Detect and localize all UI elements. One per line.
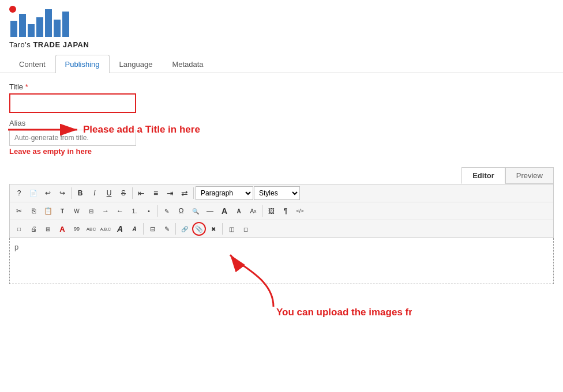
title-field-group: Title * <box>9 82 554 113</box>
logo-bar-5 <box>45 9 52 37</box>
logo-bars <box>10 9 69 37</box>
tab-metadata[interactable]: Metadata <box>162 55 213 73</box>
unlink-button[interactable]: ✖ <box>207 222 220 236</box>
tab-preview[interactable]: Preview <box>505 167 554 184</box>
tab-language[interactable]: Language <box>110 55 163 73</box>
sep-4 <box>157 205 158 217</box>
help-button[interactable]: ? <box>12 186 26 200</box>
new-doc-button[interactable]: 📄 <box>27 186 40 200</box>
outdent-button[interactable]: ← <box>113 204 127 218</box>
sep-7 <box>175 223 176 235</box>
styles-select[interactable]: Styles <box>254 186 300 200</box>
special-char-button[interactable]: Ω <box>174 204 188 218</box>
border-button[interactable]: □ <box>12 222 26 236</box>
cut-button[interactable]: ✂ <box>12 204 26 218</box>
sep-2 <box>132 187 133 199</box>
undo-button[interactable]: ↩ <box>41 186 55 200</box>
title-input[interactable] <box>9 93 136 113</box>
insert-horizontal-button[interactable]: ◫ <box>224 222 238 236</box>
copy-button[interactable]: ⎘ <box>27 204 40 218</box>
logo-bar-1 <box>10 21 17 37</box>
sep-8 <box>222 223 223 235</box>
source-button[interactable]: </> <box>293 204 307 218</box>
remove-format-button[interactable]: ⊟ <box>84 204 98 218</box>
tabs-bar: Content Publishing Language Metadata <box>0 55 563 73</box>
underline-button[interactable]: U <box>102 186 116 200</box>
footnote-button[interactable]: 99 <box>70 222 84 236</box>
title-label: Title * <box>9 82 554 91</box>
tab-content[interactable]: Content <box>9 55 55 73</box>
strikethrough-button[interactable]: S <box>117 186 130 200</box>
logo: Taro's TRADE JAPAN <box>9 6 89 49</box>
show-blocks-button[interactable]: ¶ <box>279 204 292 218</box>
svg-text:You can upload the images from: You can upload the images from here <box>276 307 412 318</box>
toolbar-row-3: □ 🖨 ⊞ A 99 ABC A.B.C A A ⊟ ✎ 🔗 📎 ✖ ◫ ◻ <box>10 220 553 238</box>
superscript-button[interactable]: Ax <box>246 204 260 218</box>
editor-area[interactable]: p <box>9 238 554 284</box>
editor-tabs: Editor Preview <box>9 167 554 184</box>
spellcheck-button[interactable]: ABC <box>84 222 98 236</box>
text-large-button[interactable]: A <box>113 222 127 236</box>
alias-field-group: Alias Leave as empty in here <box>9 119 554 156</box>
logo-text: Taro's TRADE JAPAN <box>9 40 89 49</box>
unordered-list-button[interactable]: • <box>142 204 156 218</box>
sep-5 <box>262 205 262 217</box>
align-right-button[interactable]: ⇥ <box>163 186 177 200</box>
redo-button[interactable]: ↪ <box>55 186 69 200</box>
align-justify-button[interactable]: ⇄ <box>178 186 192 200</box>
font-color-button[interactable]: A <box>55 222 69 236</box>
logo-bar-4 <box>36 17 43 37</box>
indent-button[interactable]: → <box>99 204 112 218</box>
paste-button[interactable]: 📋 <box>41 204 55 218</box>
draw-button[interactable]: ✎ <box>160 222 174 236</box>
text-small-button[interactable]: A <box>127 222 141 236</box>
header: Taro's TRADE JAPAN <box>0 0 563 54</box>
editor-content: p <box>14 243 18 251</box>
alias-input[interactable] <box>9 130 136 146</box>
align-left-button[interactable]: ⇤ <box>134 186 148 200</box>
hr-button[interactable]: — <box>203 204 217 218</box>
paste-word-button[interactable]: W <box>70 204 84 218</box>
fontsize-down-button[interactable]: A <box>232 204 246 218</box>
fontsize-up-button[interactable]: A <box>217 204 231 218</box>
paste-text-button[interactable]: T <box>55 204 69 218</box>
highlight-button[interactable]: ✎ <box>160 204 174 218</box>
ordered-list-button[interactable]: 1. <box>127 204 141 218</box>
insert-image-button[interactable]: 🖼 <box>264 204 278 218</box>
sep-1 <box>71 187 72 199</box>
find-button[interactable]: 🔍 <box>189 204 202 218</box>
gallery-button[interactable]: ⊟ <box>145 222 159 236</box>
logo-circle-icon <box>9 6 16 13</box>
insert-vertical-button[interactable]: ◻ <box>239 222 253 236</box>
required-marker: * <box>25 82 28 91</box>
tab-publishing[interactable]: Publishing <box>55 55 110 73</box>
upload-image-button[interactable]: 📎 <box>192 222 206 236</box>
toolbar-row-2: ✂ ⎘ 📋 T W ⊟ → ← 1. • ✎ Ω 🔍 — A A Ax 🖼 <box>10 202 553 220</box>
editor-toolbar: ? 📄 ↩ ↪ B I U S ⇤ ≡ ⇥ ⇄ Paragraph Sty <box>9 184 554 238</box>
align-center-button[interactable]: ≡ <box>149 186 163 200</box>
logo-bar-3 <box>28 24 35 37</box>
print-button[interactable]: 🖨 <box>27 222 40 236</box>
bold-button[interactable]: B <box>73 186 87 200</box>
main-content: Title * Alias Leave as empty in here Edi… <box>0 73 563 284</box>
logo-bar-2 <box>19 14 26 37</box>
logo-bar-7 <box>62 12 69 37</box>
alias-hint: Leave as empty in here <box>9 147 554 156</box>
abbreviation-button[interactable]: A.B.C <box>99 222 112 236</box>
preview-button[interactable]: ⊞ <box>41 222 55 236</box>
sep-3 <box>193 187 194 199</box>
alias-label: Alias <box>9 119 554 127</box>
paragraph-select[interactable]: Paragraph <box>196 186 253 200</box>
toolbar-row-1: ? 📄 ↩ ↪ B I U S ⇤ ≡ ⇥ ⇄ Paragraph Sty <box>10 184 553 202</box>
tab-editor[interactable]: Editor <box>461 167 505 184</box>
italic-button[interactable]: I <box>88 186 102 200</box>
link-button[interactable]: 🔗 <box>178 222 192 236</box>
logo-bar-6 <box>54 20 61 37</box>
sep-6 <box>143 223 144 235</box>
